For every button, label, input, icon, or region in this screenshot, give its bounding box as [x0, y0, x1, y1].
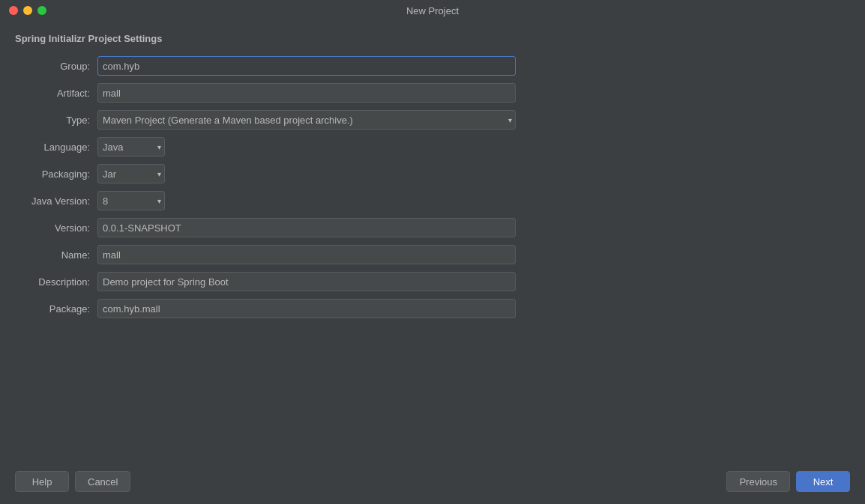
language-select-wrapper: Java Kotlin Groovy ▾: [97, 137, 165, 157]
type-row: Type: Maven Project (Generate a Maven ba…: [15, 110, 850, 130]
artifact-row: Artifact:: [15, 83, 850, 103]
java-version-select[interactable]: 8 11 17: [97, 191, 165, 210]
java-version-label: Java Version:: [15, 195, 97, 207]
minimize-button[interactable]: [23, 6, 32, 15]
close-button[interactable]: [9, 6, 18, 15]
java-version-select-wrapper: 8 11 17 ▾: [97, 191, 165, 210]
name-input[interactable]: [97, 245, 516, 264]
package-label: Package:: [15, 303, 97, 315]
section-title: Spring Initializr Project Settings: [15, 33, 850, 44]
name-row: Name:: [15, 245, 850, 264]
title-bar: New Project: [0, 0, 865, 21]
dialog: Spring Initializr Project Settings Group…: [0, 21, 865, 504]
version-input[interactable]: [97, 218, 516, 237]
next-button[interactable]: Next: [796, 471, 850, 492]
language-row: Language: Java Kotlin Groovy ▾: [15, 137, 850, 157]
footer: Help Cancel Previous Next: [15, 464, 850, 492]
version-row: Version:: [15, 218, 850, 237]
footer-right: Previous Next: [726, 471, 850, 492]
window-title: New Project: [406, 5, 459, 16]
java-version-row: Java Version: 8 11 17 ▾: [15, 191, 850, 210]
group-label: Group:: [15, 61, 97, 72]
version-label: Version:: [15, 222, 97, 234]
help-button[interactable]: Help: [15, 471, 69, 492]
form-content: Spring Initializr Project Settings Group…: [15, 33, 850, 464]
cancel-button[interactable]: Cancel: [75, 471, 130, 492]
type-select[interactable]: Maven Project (Generate a Maven based pr…: [97, 110, 516, 130]
group-row: Group:: [15, 56, 850, 76]
footer-left: Help Cancel: [15, 471, 130, 492]
description-input[interactable]: [97, 272, 516, 291]
group-input[interactable]: [97, 56, 516, 76]
language-select[interactable]: Java Kotlin Groovy: [97, 137, 165, 157]
packaging-select-wrapper: Jar War ▾: [97, 164, 165, 183]
artifact-input[interactable]: [97, 83, 516, 103]
packaging-select[interactable]: Jar War: [97, 164, 165, 183]
type-select-wrapper: Maven Project (Generate a Maven based pr…: [97, 110, 516, 130]
description-row: Description:: [15, 272, 850, 291]
type-label: Type:: [15, 115, 97, 126]
package-input[interactable]: [97, 299, 516, 318]
previous-button[interactable]: Previous: [726, 471, 790, 492]
language-label: Language:: [15, 142, 97, 153]
description-label: Description:: [15, 276, 97, 288]
artifact-label: Artifact:: [15, 88, 97, 99]
name-label: Name:: [15, 249, 97, 261]
traffic-lights: [9, 6, 46, 15]
packaging-row: Packaging: Jar War ▾: [15, 164, 850, 183]
maximize-button[interactable]: [37, 6, 46, 15]
packaging-label: Packaging:: [15, 168, 97, 180]
package-row: Package:: [15, 299, 850, 318]
